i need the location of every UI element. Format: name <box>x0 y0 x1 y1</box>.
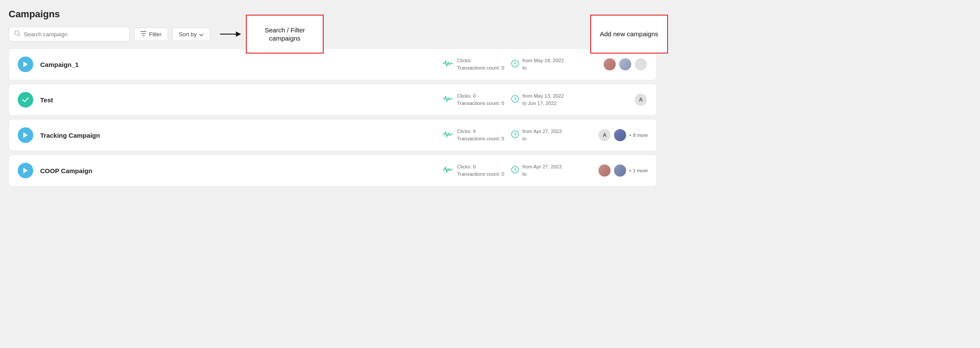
avatar <box>618 57 632 71</box>
date-section: from Apr 27, 2022 to <box>511 163 589 178</box>
campaign-name: Test <box>40 96 118 104</box>
date-section: from May 13, 2022 to Jun 17, 2022 <box>511 92 589 108</box>
date-section: from Apr 27, 2022 to <box>511 128 589 143</box>
arrow-search-filter <box>218 30 242 38</box>
clock-icon <box>511 166 519 176</box>
campaign-row-campaign1[interactable]: Campaign_1 Clicks: Transactions count: 0 <box>9 48 657 80</box>
filter-button[interactable]: Filter <box>134 28 168 41</box>
toolbar: Filter Sort by <box>9 27 657 41</box>
campaign-name: Tracking Campaign <box>40 132 118 139</box>
activity-icon <box>443 166 452 175</box>
more-badge: + 1 more <box>629 168 648 173</box>
date-text: from Apr 27, 2022 to <box>522 163 562 178</box>
stats-text: Clicks: 0 Transactions count: 0 <box>457 163 504 178</box>
annotation-search-filter-label: Search / Filter campaigns <box>252 26 318 43</box>
search-input[interactable] <box>24 31 124 38</box>
date-section: from May 18, 2022 to <box>511 57 589 72</box>
campaign-row-test[interactable]: Test Clicks: 0 Transactions count: 0 <box>9 84 657 116</box>
campaign-icon-check <box>18 92 33 108</box>
avatars-section: A <box>596 93 648 107</box>
search-icon <box>14 30 20 38</box>
campaign-icon-play <box>18 163 33 178</box>
campaign-row-tracking[interactable]: Tracking Campaign Clicks: 4 Transactions… <box>9 119 657 151</box>
filter-label: Filter <box>149 31 162 38</box>
more-badge: + 9 more <box>629 133 648 138</box>
campaign-stats: Clicks: 4 Transactions count: 0 <box>443 128 504 143</box>
stats-text: Clicks: 4 Transactions count: 0 <box>457 128 504 143</box>
date-text: from May 18, 2022 to <box>522 57 564 72</box>
arrow-icon <box>218 30 242 38</box>
campaign-stats: Clicks: Transactions count: 0 <box>443 57 504 72</box>
campaign-stats: Clicks: 0 Transactions count: 0 <box>443 92 504 108</box>
avatars-section: A + 9 more <box>596 128 648 142</box>
svg-line-1 <box>19 35 20 36</box>
avatar <box>598 164 611 177</box>
campaign-name: Campaign_1 <box>40 61 118 68</box>
activity-icon <box>443 131 452 140</box>
activity-icon <box>443 95 452 104</box>
filter-icon <box>140 31 146 38</box>
clock-icon <box>511 95 519 105</box>
date-text: from Apr 27, 2022 to <box>522 128 562 143</box>
avatars-section <box>596 57 648 71</box>
avatar <box>634 57 648 71</box>
sort-button[interactable]: Sort by <box>172 28 210 41</box>
campaign-icon-play <box>18 127 33 143</box>
campaign-row-coop[interactable]: COOP Campaign Clicks: 0 Transactions cou… <box>9 155 657 187</box>
sort-label: Sort by <box>179 31 197 38</box>
avatars-section: + 1 more <box>596 164 648 177</box>
toolbar-wrapper: Filter Sort by <box>9 27 657 41</box>
page-container: Campaigns Filter <box>9 9 657 190</box>
avatar <box>603 57 617 71</box>
campaign-stats: Clicks: 0 Transactions count: 0 <box>443 163 504 178</box>
avatar-letter: A <box>634 93 648 107</box>
stats-text: Clicks: 0 Transactions count: 0 <box>457 92 504 108</box>
clock-icon <box>511 60 519 70</box>
activity-icon <box>443 60 452 69</box>
chevron-down-icon <box>199 31 204 38</box>
date-text: from May 13, 2022 to Jun 17, 2022 <box>522 92 564 108</box>
annotation-add-new-label: Add new campaigns <box>600 30 658 38</box>
stats-text: Clicks: Transactions count: 0 <box>457 57 504 72</box>
clock-icon <box>511 130 519 140</box>
search-input-wrapper[interactable] <box>9 27 130 41</box>
campaign-icon-play <box>18 57 33 72</box>
avatar <box>613 128 627 142</box>
avatar-letter: A <box>598 128 611 142</box>
campaign-name: COOP Campaign <box>40 167 118 174</box>
page-title: Campaigns <box>9 9 657 20</box>
avatar <box>613 164 627 177</box>
campaigns-list: Campaign_1 Clicks: Transactions count: 0 <box>9 48 657 190</box>
